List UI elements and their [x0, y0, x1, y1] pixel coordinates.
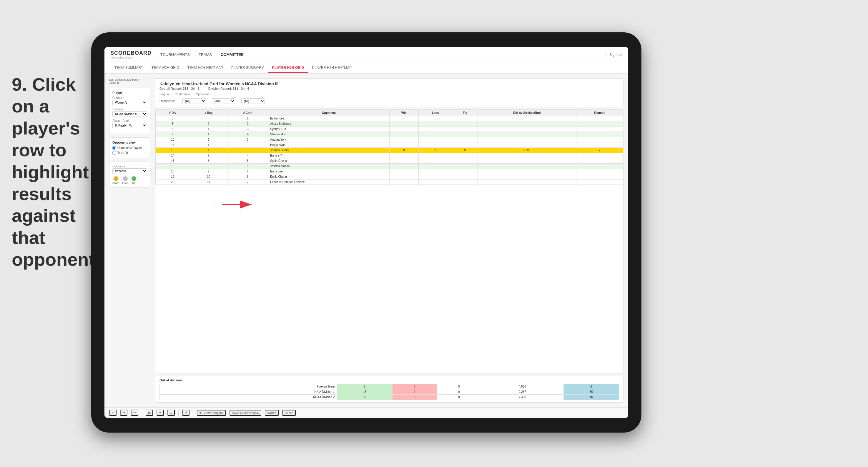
view-icon: 👁	[199, 411, 203, 415]
colour-by-label: Colour by	[113, 165, 147, 168]
bottom-toolbar: ↩ ↪ ↩ ⊞ ✂ ⊡ ↺ 👁 View: Original Save Cust…	[104, 407, 628, 418]
nav-links: TOURNAMENTS TEAMS COMMITTEE	[160, 51, 606, 58]
refresh-btn[interactable]: ↺	[182, 410, 189, 416]
radio-opponents-played[interactable]: Opponents Played	[113, 146, 147, 150]
h2h-table: # Div # Reg # Conf Opponent Win Loss Tie…	[155, 110, 623, 185]
radio-opponents-played-input[interactable]	[113, 146, 116, 150]
legend-level: Level	[122, 176, 129, 185]
sub-nav: TEAM SUMMARY TEAM H2H GRID TEAM H2H HEAT…	[104, 62, 628, 73]
legend-up-dot	[131, 176, 136, 181]
sidebar-player-section: Player Gender Women's Division NCAA Divi…	[109, 88, 150, 134]
timestamp-time: 16:55:38	[109, 81, 150, 84]
col-rounds: Rounds	[577, 110, 623, 116]
sub-nav-player-h2h-grid[interactable]: PLAYER H2H GRID	[268, 63, 308, 73]
opponent-select[interactable]: (All)	[241, 98, 265, 104]
radio-top100[interactable]: Top 100	[113, 151, 147, 155]
table-header-row: # Div # Reg # Conf Opponent Win Loss Tie…	[156, 110, 623, 116]
opponents-select[interactable]: (All)	[182, 98, 206, 104]
main-content: Last Updated: 27/03/2024 16:55:38 Player…	[104, 73, 628, 407]
sidebar-opponent-view: Opponent view Opponents Played Top 100	[109, 137, 150, 158]
undo-btn[interactable]: ↩	[109, 410, 117, 416]
conference-filter-group: Conference	[175, 93, 190, 96]
main-table-container: # Div # Reg # Conf Opponent Win Loss Tie…	[155, 110, 623, 373]
timestamp-label: Last Updated: 27/03/2024	[109, 78, 150, 81]
opponent-view-title: Opponent view	[113, 141, 147, 144]
legend-up: Up	[131, 176, 136, 185]
table-row[interactable]: 1585Stella Cheng	[156, 158, 623, 164]
table-row[interactable]: 522Alexis Sudijanto	[156, 121, 623, 127]
table-row[interactable]: 131Heejo Hyun	[156, 143, 623, 148]
colour-legend: Down Level Up	[113, 176, 147, 185]
table-body: 31Esther Lee522Alexis Sudijanto613Sydney…	[156, 116, 623, 185]
division-record: Division Record: 331 - 34 - 6	[208, 87, 249, 90]
cut-btn[interactable]: ✂	[157, 410, 164, 416]
overall-record: Overall Record: 353 - 34 - 6	[159, 87, 199, 90]
gender-label: Gender	[113, 96, 147, 99]
out-of-division-section: Out of division Foreign Team1004.5002NAI…	[155, 376, 623, 403]
nav-right: Sign out	[606, 53, 622, 57]
legend-down-label: Down	[113, 182, 119, 185]
redo-btn[interactable]: ↪	[120, 410, 127, 416]
table-row[interactable]: 613Sydney Kuo	[156, 127, 623, 132]
sub-nav-team-h2h-grid[interactable]: TEAM H2H GRID	[147, 63, 183, 72]
table-row[interactable]: 31Esther Lee	[156, 116, 623, 121]
sidebar: Last Updated: 27/03/2024 16:55:38 Player…	[109, 78, 150, 403]
table-row[interactable]: 1063Andrea York	[156, 137, 623, 143]
sub-nav-player-h2h-heatmap[interactable]: PLAYER H2H HEATMAP	[308, 63, 356, 72]
out-table-row: Foreign Team1004.5002	[160, 384, 619, 389]
opponents-filter-row: Opponents: (All) (All) (All)	[159, 98, 619, 104]
radio-top100-input[interactable]	[113, 151, 116, 155]
nav-bar: SCOREBOARD Powered by clippd TOURNAMENTS…	[104, 47, 628, 62]
logo-area: SCOREBOARD Powered by clippd	[110, 50, 152, 59]
sign-out-link[interactable]: Sign out	[606, 53, 622, 57]
table-row[interactable]: 914Sharon Mun	[156, 132, 623, 137]
table-row[interactable]: 20117Federica Domecq Lacroze	[156, 180, 623, 185]
out-of-division-table: Foreign Team1004.5002NAIA Division 11500…	[159, 384, 619, 400]
colour-by-select[interactable]: Win/loss	[113, 168, 147, 174]
logo-sub: Powered by clippd	[110, 56, 152, 59]
share-btn[interactable]: Share	[282, 410, 296, 416]
table-row[interactable]: 1691Jessica Mason	[156, 164, 623, 169]
redo2-btn[interactable]: ↩	[131, 410, 138, 416]
gender-select[interactable]: Women's	[113, 100, 147, 105]
legend-down: Down	[113, 176, 119, 185]
out-table-body: Foreign Team1004.5002NAIA Division 11500…	[160, 384, 619, 400]
sub-nav-player-summary[interactable]: PLAYER SUMMARY	[227, 63, 268, 72]
col-opponent: Opponent	[268, 110, 390, 116]
division-select[interactable]: NCAA Division III	[113, 111, 147, 117]
out-table-row: NAIA Division 115009.26730	[160, 389, 619, 395]
tablet-frame: SCOREBOARD Powered by clippd TOURNAMENTS…	[91, 32, 642, 433]
crop-btn[interactable]: ⊞	[146, 410, 153, 416]
legend-down-dot	[114, 176, 118, 181]
records-row: Overall Record: 353 - 34 - 6 Division Re…	[159, 87, 619, 90]
legend-level-label: Level	[122, 182, 129, 185]
sub-nav-team-summary[interactable]: TEAM SUMMARY	[110, 63, 147, 72]
share-label: Share	[284, 411, 293, 415]
col-loss: Loss	[418, 110, 452, 116]
watch-btn[interactable]: Watch	[265, 410, 279, 416]
col-conf: # Conf	[227, 110, 268, 116]
view-original-btn[interactable]: 👁 View: Original	[197, 410, 226, 416]
sub-nav-team-h2h-heatmap[interactable]: TEAM H2H HEATMAP	[183, 63, 227, 72]
opponent-radio-group: Opponents Played Top 100	[113, 146, 147, 155]
sidebar-timestamp: Last Updated: 27/03/2024 16:55:38	[109, 78, 150, 84]
nav-link-tournaments[interactable]: TOURNAMENTS	[160, 51, 190, 58]
annotation-text: 9. Click on a player's row to highlight …	[12, 73, 91, 271]
content-area: Katelyn Vo Head-to-Head Grid for Women's…	[155, 78, 623, 403]
opponents-filter-label: Opponents:	[159, 99, 175, 103]
nav-link-committee[interactable]: COMMITTEE	[221, 51, 244, 58]
sidebar-player-title: Player	[113, 91, 147, 94]
player-rank-select[interactable]: 8. Katelyn Vo	[113, 123, 147, 128]
table-row[interactable]: 19106Emily Chang	[156, 174, 623, 180]
table-row[interactable]: 131Jessica Huang010-3.002	[156, 148, 623, 153]
nav-link-teams[interactable]: TEAMS	[198, 51, 212, 58]
paste-btn[interactable]: ⊡	[167, 410, 175, 416]
table-row[interactable]: 1474Eunice Yi	[156, 153, 623, 158]
opponent-label: Opponent	[196, 93, 209, 96]
save-custom-btn[interactable]: Save Custom View	[229, 410, 261, 416]
table-row[interactable]: 1822Euna Lee	[156, 169, 623, 174]
conference-select[interactable]: (All)	[212, 98, 236, 104]
legend-up-label: Up	[132, 182, 136, 185]
annotation-area: 9. Click on a player's row to highlight …	[12, 73, 91, 271]
view-original-label: View: Original	[204, 411, 224, 415]
